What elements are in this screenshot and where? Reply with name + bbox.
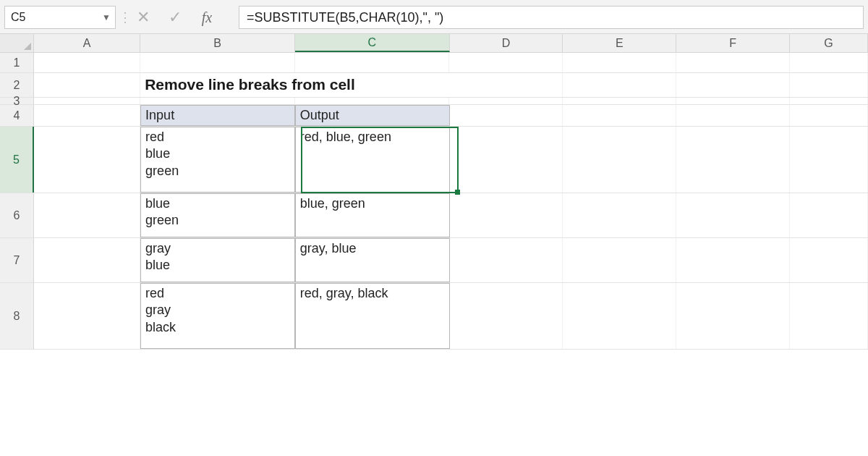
cell-D1[interactable] [449, 53, 563, 72]
row-6: 6 blue green blue, green [0, 193, 868, 238]
cell-C5[interactable]: red, blue, green [295, 127, 450, 193]
cell-G5[interactable] [790, 127, 868, 193]
row-2: 2 Remove line breaks from cell [0, 73, 868, 98]
name-box-dropdown-icon[interactable]: ▼ [102, 12, 111, 22]
row-header-4[interactable]: 4 [0, 105, 34, 126]
col-header-A[interactable]: A [34, 34, 140, 52]
x-icon: ✕ [137, 8, 150, 27]
cell-E1[interactable] [563, 53, 676, 72]
cell-G1[interactable] [790, 53, 868, 72]
name-box[interactable]: C5 ▼ [4, 6, 116, 29]
cell-B8[interactable]: red gray black [140, 283, 295, 349]
row-header-6[interactable]: 6 [0, 193, 34, 237]
cell-E8[interactable] [563, 283, 676, 349]
cell-D5[interactable] [450, 127, 563, 193]
cell-D2[interactable] [449, 73, 563, 97]
col-header-D[interactable]: D [450, 34, 563, 52]
cell-C6[interactable]: blue, green [295, 193, 450, 237]
name-box-value: C5 [11, 11, 102, 24]
cell-F2[interactable] [676, 73, 790, 97]
formula-buttons: ⋮ ✕ ✓ fx [123, 6, 223, 29]
fx-icon: fx [202, 9, 212, 26]
cell-A4[interactable] [34, 105, 140, 126]
col-header-G[interactable]: G [790, 34, 868, 52]
cell-F6[interactable] [676, 193, 790, 237]
cell-G4[interactable] [790, 105, 868, 126]
cell-C8[interactable]: red, gray, black [295, 283, 450, 349]
cell-A6[interactable] [34, 193, 140, 237]
cell-F4[interactable] [676, 105, 790, 126]
col-header-C[interactable]: C [295, 34, 450, 52]
row-header-8[interactable]: 8 [0, 283, 34, 349]
cell-B4-header-input[interactable]: Input [140, 105, 295, 126]
cell-A7[interactable] [34, 238, 140, 282]
cell-G2[interactable] [790, 73, 868, 97]
row-header-5[interactable]: 5 [0, 127, 34, 193]
fx-button[interactable]: fx [191, 9, 223, 26]
cell-E4[interactable] [563, 105, 676, 126]
row-5: 5 red blue green red, blue, green [0, 127, 868, 193]
cell-C1[interactable] [295, 53, 450, 72]
cell-E6[interactable] [563, 193, 676, 237]
cell-A5[interactable] [34, 127, 140, 193]
cell-G8[interactable] [790, 283, 868, 349]
row-header-7[interactable]: 7 [0, 238, 34, 282]
cell-F7[interactable] [676, 238, 790, 282]
formula-input[interactable]: =SUBSTITUTE(B5,CHAR(10),", ") [239, 6, 864, 29]
formula-text: =SUBSTITUTE(B5,CHAR(10),", ") [247, 10, 443, 25]
row-header-1[interactable]: 1 [0, 53, 34, 72]
cell-A8[interactable] [34, 283, 140, 349]
cell-D7[interactable] [450, 238, 563, 282]
cell-F8[interactable] [676, 283, 790, 349]
cell-F5[interactable] [676, 127, 790, 193]
cell-D4[interactable] [450, 105, 563, 126]
select-all-corner[interactable] [0, 34, 34, 52]
cell-D8[interactable] [450, 283, 563, 349]
cell-E7[interactable] [563, 238, 676, 282]
cancel-formula-button[interactable]: ✕ [127, 6, 159, 29]
row-header-2[interactable]: 2 [0, 73, 34, 97]
row-8: 8 red gray black red, gray, black [0, 283, 868, 350]
column-headers: A B C D E F G [0, 34, 868, 53]
enter-formula-button[interactable]: ✓ [159, 6, 191, 29]
cell-B5[interactable]: red blue green [140, 127, 295, 193]
cell-E5[interactable] [563, 127, 676, 193]
check-icon: ✓ [169, 8, 182, 27]
col-header-B[interactable]: B [140, 34, 295, 52]
cell-C4-header-output[interactable]: Output [295, 105, 450, 126]
cell-B6[interactable]: blue green [140, 193, 295, 237]
row-7: 7 gray blue gray, blue [0, 238, 868, 283]
col-header-F[interactable]: F [676, 34, 790, 52]
cell-E3[interactable] [563, 98, 676, 104]
cell-E2[interactable] [563, 73, 676, 97]
cell-B1[interactable] [140, 53, 295, 72]
cell-G7[interactable] [790, 238, 868, 282]
cell-A2[interactable] [34, 73, 140, 97]
row-4: 4 Input Output [0, 105, 868, 127]
cell-A1[interactable] [34, 53, 140, 72]
cell-D3[interactable] [449, 98, 563, 104]
cell-D6[interactable] [450, 193, 563, 237]
cell-F1[interactable] [676, 53, 790, 72]
cell-B2-title[interactable]: Remove line breaks from cell [140, 73, 449, 97]
cell-G3[interactable] [790, 98, 868, 104]
row-header-3[interactable]: 3 [0, 98, 34, 104]
cell-B3[interactable] [140, 98, 295, 104]
cell-C3[interactable] [295, 98, 450, 104]
cell-F3[interactable] [676, 98, 790, 104]
cell-C7[interactable]: gray, blue [295, 238, 450, 282]
cell-G6[interactable] [790, 193, 868, 237]
cell-B7[interactable]: gray blue [140, 238, 295, 282]
cell-A3[interactable] [34, 98, 140, 104]
spreadsheet-grid: 1 2 Remove line breaks from cell 3 4 Inp… [0, 53, 868, 350]
formula-bar-row: C5 ▼ ⋮ ✕ ✓ fx =SUBSTITUTE(B5,CHAR(10),",… [0, 0, 868, 33]
row-1: 1 [0, 53, 868, 73]
col-header-E[interactable]: E [563, 34, 676, 52]
row-3: 3 [0, 98, 868, 105]
